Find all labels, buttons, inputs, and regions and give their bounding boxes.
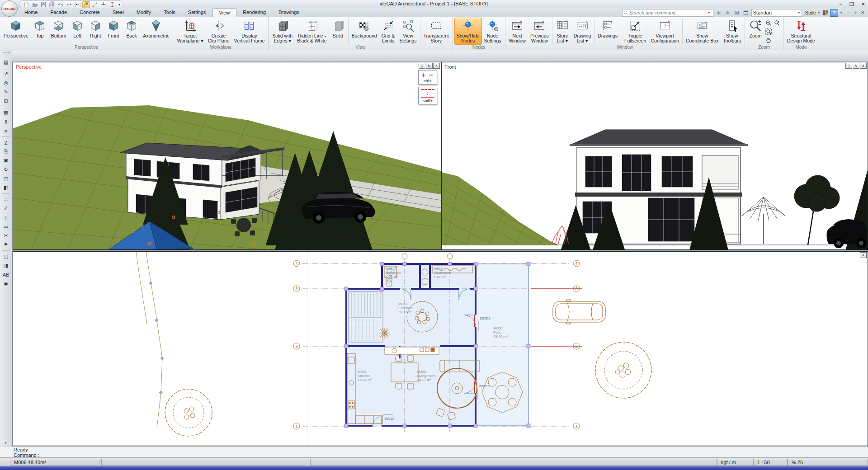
zoom-small-button[interactable] [764, 19, 773, 27]
menu-tab[interactable]: Modify [130, 8, 157, 17]
shift-story-button[interactable]: ↕ shift+ [418, 87, 437, 104]
mdi-close-button[interactable]: ✕ [861, 10, 864, 15]
menu-tab[interactable]: Rendering [236, 8, 272, 17]
menu-tab[interactable]: Concrete [73, 8, 106, 17]
viewport-mini-button[interactable]: N [426, 63, 433, 69]
toolbar-expand-arrow[interactable]: ▸ [0, 441, 12, 445]
ribbon-button[interactable]: Background [349, 18, 379, 45]
ribbon-button[interactable]: Toggle Fullscreen [622, 18, 648, 45]
zoom-percent-indicator[interactable]: % 26 [788, 459, 868, 466]
sidebar-tool-button[interactable]: ▤ [2, 58, 10, 66]
ribbon-button[interactable]: Next Window [507, 18, 528, 45]
style-dropdown[interactable]: Style [804, 10, 821, 15]
zoom-small-button[interactable] [764, 28, 773, 36]
ribbon-button[interactable]: Solid [329, 18, 347, 45]
viewport-mini-button[interactable]: N [853, 63, 859, 69]
sidebar-tool-button[interactable]: ◎ [2, 79, 10, 87]
viewport-mini-button[interactable]: ▽ [419, 63, 425, 69]
ribbon-button[interactable]: View Settings [397, 18, 419, 45]
ribbon-button[interactable]: Right [86, 18, 104, 45]
minimize-button[interactable]: – [840, 0, 842, 8]
ribbon-button[interactable]: Create Clip Plane [206, 18, 232, 45]
stack-back-icon[interactable]: ≋ [724, 9, 731, 16]
stack-forward-icon[interactable]: ≋ [715, 9, 722, 16]
ribbon-button[interactable]: Bottom [49, 18, 68, 45]
ctrl-story-button[interactable]: + − ctrl+ [418, 70, 437, 85]
ribbon-button[interactable]: Story List ▾ [553, 18, 571, 45]
sidebar-tool-button[interactable]: AB [2, 270, 10, 279]
ribbon-button[interactable]: Top [31, 18, 49, 45]
ribbon-button[interactable]: Show/Hide Nodes [454, 18, 482, 45]
viewport-front[interactable]: Front ▽N∧ [441, 62, 868, 250]
search-input[interactable] [628, 9, 706, 16]
ribbon-button[interactable]: Solid with Edges ▾ [270, 18, 295, 45]
scale-indicator[interactable]: 1 : 50 [753, 459, 788, 466]
units-indicator[interactable]: kgf / m [717, 459, 753, 466]
mdi-minimize-button[interactable]: – [848, 10, 850, 15]
menu-tab[interactable]: Drawings [272, 8, 306, 17]
ribbon-button[interactable]: Display Vertical Frame [232, 18, 267, 45]
ribbon-button[interactable]: Node Settings [482, 18, 504, 45]
ribbon-button[interactable]: Hidden Line - Black & White [295, 18, 329, 45]
sidebar-tool-button[interactable]: ∴ [2, 195, 10, 204]
sidebar-tool-button[interactable]: § [2, 118, 10, 126]
ribbon-button[interactable]: Perspective [1, 18, 31, 45]
viewport-mini-button[interactable]: ▽ [845, 63, 852, 69]
sidebar-tool-button[interactable]: ≡ [2, 127, 10, 135]
sidebar-tool-button[interactable]: I [2, 213, 10, 222]
viewport-mini-button[interactable]: ∧ [860, 63, 867, 69]
sidebar-tool-button[interactable]: ◧ [2, 183, 10, 192]
sidebar-tool-button[interactable]: ↻ [2, 165, 10, 174]
zoom-small-button[interactable] [764, 36, 773, 44]
sidebar-tool-button[interactable]: ↗ [2, 70, 10, 78]
ribbon-button[interactable]: Back [123, 18, 141, 45]
menu-tab[interactable]: Settings [182, 8, 212, 17]
mdi-restore-button[interactable]: ▫ [855, 10, 856, 15]
ribbon-button[interactable]: Drawing List ▾ [571, 18, 594, 45]
ribbon-button[interactable]: Target Workplane ▾ [175, 18, 205, 45]
ribbon-button[interactable]: Show Coordinate Box [684, 18, 721, 45]
ribbon-button[interactable]: Left [68, 18, 86, 45]
menu-tab[interactable]: Home [18, 8, 44, 17]
search-dropdown-button[interactable] [706, 9, 712, 16]
sidebar-tool-button[interactable]: ⚑ [2, 240, 10, 249]
sidebar-tool-button[interactable]: ⎘ [2, 147, 10, 156]
ribbon-button[interactable]: Structural Design Mode [785, 18, 817, 45]
ribbon-button[interactable]: Transparent Story [421, 18, 451, 45]
menu-tab[interactable]: Tools [157, 8, 182, 17]
close-button[interactable]: ✕ [861, 0, 865, 8]
menu-tab[interactable]: Steel [106, 8, 130, 17]
viewport-mini-button[interactable]: ∧ [433, 63, 440, 69]
sidebar-tool-button[interactable]: ▦ [2, 108, 10, 117]
app-logo[interactable]: ideCAD [1, 0, 18, 17]
help-button[interactable]: ? [830, 9, 838, 17]
toolbar-grip[interactable] [3, 52, 9, 56]
boxed-x-icon[interactable]: ☒ [733, 9, 741, 16]
sidebar-tool-button[interactable]: ∠ [2, 204, 10, 213]
restore-button[interactable]: ❐ [849, 0, 854, 8]
zoom-button[interactable]: Zoom [746, 18, 764, 45]
help-dropdown-arrow[interactable] [840, 12, 843, 14]
menu-tab[interactable]: View [212, 8, 237, 18]
sidebar-tool-button[interactable]: ◫ [2, 174, 10, 183]
sidebar-tool-button[interactable]: ▭ [2, 222, 10, 231]
sidebar-tool-button[interactable]: ✂ [2, 231, 10, 240]
sidebar-tool-button[interactable]: Z [2, 138, 10, 147]
menu-tab[interactable]: Facade [44, 8, 73, 17]
ribbon-button[interactable]: Previous Window [528, 18, 551, 45]
viewport-mini-button[interactable]: ∧ [860, 252, 867, 258]
zoom-small-button[interactable] [773, 19, 781, 27]
viewport-plan[interactable]: ∧ [13, 251, 868, 446]
sidebar-tool-button[interactable]: ◉ [2, 279, 10, 288]
sidebar-tool-button[interactable]: ✎ [2, 88, 10, 96]
ribbon-button[interactable]: Drawings [595, 18, 620, 45]
viewport-perspective[interactable]: Perspective ▽N∧ + − ctrl+ ↕ shift+ [13, 62, 441, 250]
ribbon-button[interactable]: Front [104, 18, 123, 45]
sidebar-tool-button[interactable]: ◨ [2, 261, 10, 270]
sidebar-tool-button[interactable]: ▢ [2, 252, 10, 261]
ribbon-button[interactable]: Viewport Configuration [648, 18, 681, 45]
sidebar-tool-button[interactable]: ▣ [2, 156, 10, 165]
ribbon-button[interactable]: Show Toolbars [721, 18, 743, 45]
color-style-icon[interactable] [823, 10, 828, 15]
sidebar-tool-button[interactable]: ⊞ [2, 97, 10, 105]
